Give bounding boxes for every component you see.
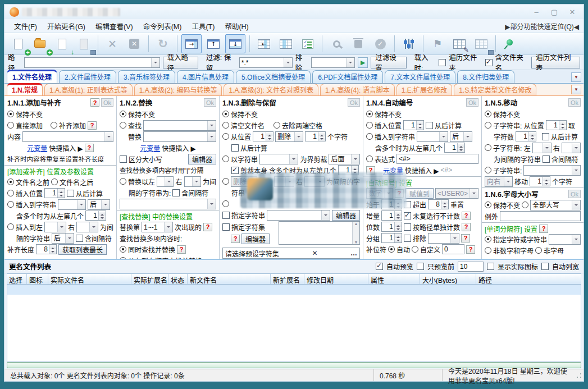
p2-quick-insert-label[interactable]: 快捷插入 ▶: [162, 143, 196, 153]
col-attr[interactable]: 属性: [368, 274, 420, 284]
p2-find-radio[interactable]: [120, 122, 126, 129]
col-mod-date[interactable]: 修改日期: [304, 274, 368, 284]
p2-replacement-combo[interactable]: [120, 199, 216, 209]
tab-music-tag[interactable]: 3.音乐标签处理: [118, 70, 175, 83]
col-new-name[interactable]: 新文件名: [188, 274, 271, 284]
p6-case-radio[interactable]: [522, 202, 528, 208]
p4-group-spinner[interactable]: 1: [381, 233, 402, 243]
p4-auto-radio[interactable]: [388, 246, 395, 253]
preview-count-input[interactable]: 10: [458, 262, 484, 272]
p6-case-combo[interactable]: 全部大写: [530, 200, 581, 210]
delete-icon[interactable]: ✕: [102, 34, 122, 53]
p5-pos-spinner[interactable]: 1: [546, 120, 567, 130]
subtab-ext-modify[interactable]: 1.E.扩展名修改: [396, 84, 452, 95]
subtab-adv2-encoding[interactable]: 1.A.高级(2): 编码与转换等: [134, 84, 222, 95]
help-icon[interactable]: ?: [177, 245, 186, 254]
p2-editor-button[interactable]: 编辑器: [188, 154, 216, 164]
load-file-list-icon[interactable]: ↓: [52, 34, 72, 53]
p3-spec-str-checkbox[interactable]: [222, 212, 230, 219]
p5-incl-sep-checkbox[interactable]: [543, 155, 550, 163]
p2-replace-between-radio[interactable]: [120, 178, 126, 185]
more-icon[interactable]: …: [350, 249, 357, 257]
p4-digits-spinner[interactable]: 1: [381, 222, 402, 232]
preset-checklist-icon[interactable]: [298, 34, 318, 53]
p1-content-combo[interactable]: [22, 131, 113, 142]
recycle-icon[interactable]: [348, 34, 368, 53]
p1-multi-spinner[interactable]: 1: [85, 210, 106, 221]
pin-window-icon[interactable]: [500, 34, 520, 53]
p4-custom-radio[interactable]: [412, 246, 418, 253]
clear-icon[interactable]: ✕: [312, 249, 317, 257]
clear-list-icon[interactable]: ✕: [124, 34, 144, 53]
p4-expr-input[interactable]: <#>: [396, 154, 478, 164]
filter-settings-button[interactable]: 过滤设置: [371, 57, 406, 68]
help-icon[interactable]: ?: [461, 234, 470, 242]
ok-button[interactable]: Ok: [348, 98, 360, 107]
quick-locate-link[interactable]: ▶部分功能快速定位(Q)◀: [505, 21, 579, 31]
subtab-adv4-script[interactable]: 1.A.高级(4): 语言脚本: [320, 84, 395, 95]
exclude-combo[interactable]: [311, 57, 355, 68]
p3-from-pos-spinner[interactable]: 1: [253, 131, 274, 141]
tab-text-attr[interactable]: 7.文本文件属性处理: [385, 70, 455, 83]
p1-side-combo[interactable]: 后: [88, 199, 110, 210]
p1-right-sep-combo[interactable]: [76, 222, 98, 232]
col-icon[interactable]: 图标: [27, 274, 48, 284]
p3-keep-radio[interactable]: [222, 111, 229, 117]
subtab-normal[interactable]: 1.N.常规: [7, 83, 43, 95]
p3-cut-self-checkbox[interactable]: [231, 167, 239, 174]
tab-pdf-attr[interactable]: 6.PDF文档属性处理: [312, 70, 383, 83]
p4-from-end-checkbox[interactable]: [426, 122, 433, 129]
p6-spec-radio[interactable]: [485, 236, 491, 242]
p4-exclude-combo[interactable]: [428, 233, 459, 244]
tab-image-info[interactable]: 4.图片信息处理: [177, 70, 234, 83]
p4-quick-insert-label[interactable]: 快捷插入 ▶: [405, 166, 439, 175]
search-files-icon[interactable]: [326, 34, 347, 53]
help-icon[interactable]: ?: [85, 144, 94, 152]
tab-file-classify[interactable]: 8.文件归类处理: [457, 70, 514, 83]
menu-file[interactable]: 文件(F): [9, 20, 42, 33]
p3-spec-set-checkbox[interactable]: [222, 223, 230, 231]
auto-width-checkbox[interactable]: [541, 263, 549, 270]
add-folder-icon[interactable]: +: [30, 34, 50, 53]
p4-custom-input[interactable]: 0: [442, 244, 464, 254]
p3-charset-textarea[interactable]: ▲▼: [279, 221, 360, 245]
help-icon[interactable]: ?: [203, 223, 212, 231]
p4-assign-combo[interactable]: <USER0>: [435, 188, 478, 199]
p3-clear-radio[interactable]: [222, 122, 229, 129]
p2-incl-sep-checkbox[interactable]: [172, 189, 180, 196]
col-new-ext[interactable]: 新扩展名: [271, 274, 304, 284]
close-button[interactable]: ✕: [563, 6, 581, 17]
p1-left-sep-combo[interactable]: [44, 222, 66, 232]
subtab-adv1-regex[interactable]: 1.A.高级(1): 正则表达式等: [44, 84, 133, 95]
p4-exclude-checkbox[interactable]: [404, 235, 411, 242]
p5-move-spinner[interactable]: 1: [530, 176, 550, 186]
path-combo[interactable]: [24, 57, 160, 68]
col-select[interactable]: 选择: [7, 274, 27, 284]
p3-by-str-combo[interactable]: [259, 154, 298, 164]
menu-edit-view[interactable]: 编辑查看(V): [90, 20, 138, 33]
p2-replace-combo[interactable]: [143, 131, 216, 142]
p6-spec-combo[interactable]: [549, 234, 581, 245]
help-icon[interactable]: ?: [462, 223, 471, 231]
p6-non-alpha-radio[interactable]: [535, 247, 542, 254]
p1-sep-side-combo[interactable]: 后: [52, 233, 74, 244]
p2-ltr-radio[interactable]: [120, 257, 126, 259]
p1-direct-add-radio[interactable]: [7, 122, 14, 129]
p1-get-longest-button[interactable]: 获取列表最长: [58, 244, 107, 255]
p4-insert-str-combo[interactable]: [417, 131, 448, 142]
refresh-icon[interactable]: ↻: [153, 34, 173, 53]
help-icon[interactable]: ?: [88, 121, 97, 130]
save-file-list-icon[interactable]: [74, 34, 94, 53]
p5-right-sep-combo[interactable]: [562, 143, 581, 153]
col-status[interactable]: 状态: [168, 274, 188, 284]
preview-first-checkbox[interactable]: [417, 263, 424, 270]
p2-find-combo[interactable]: [143, 120, 216, 131]
show-icons-checkbox[interactable]: [487, 263, 494, 270]
p5-sub-between-radio[interactable]: [485, 144, 491, 151]
resize-grip[interactable]: [576, 372, 582, 379]
include-folder-names-checkbox[interactable]: [485, 59, 493, 66]
export-list-icon[interactable]: [471, 34, 491, 53]
p2-keep-radio[interactable]: [120, 111, 126, 117]
traverse-file-list-button[interactable]: 遍历文件列表: [531, 57, 580, 68]
p3-spec-str-combo[interactable]: [267, 210, 330, 221]
